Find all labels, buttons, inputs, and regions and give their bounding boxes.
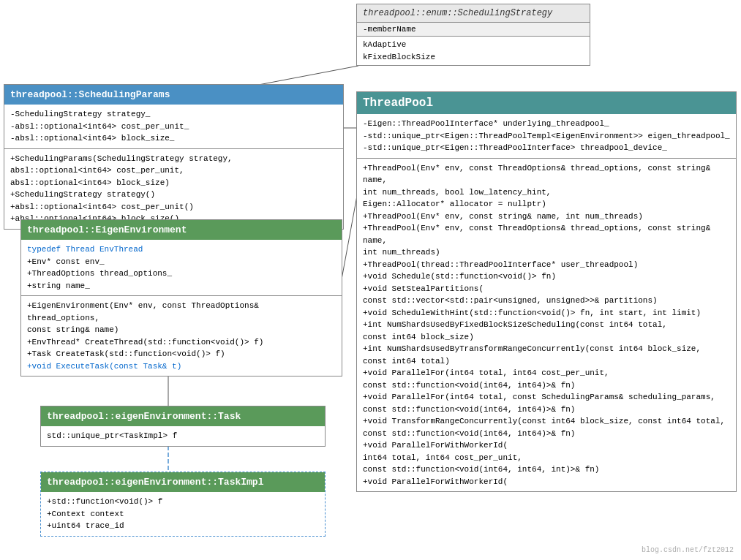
eigen-environment-methods: +EigenEnvironment(Env* env, const Thread… [21, 296, 342, 376]
enum-header: threadpool::enum::SchedulingStrategy [357, 4, 590, 23]
task-header: threadpool::eigenEnvironment::Task [41, 406, 325, 426]
scheduling-params-attributes: -SchedulingStrategy strategy_ -absl::opt… [4, 105, 343, 148]
scheduling-params-methods: +SchedulingParams(SchedulingStrategy str… [4, 149, 343, 229]
taskimpl-header: threadpool::eigenEnvironment::TaskImpl [41, 472, 325, 492]
watermark: blog.csdn.net/fzt2012 [642, 546, 734, 554]
threadpool-box: ThreadPool -Eigen::ThreadPoolInterface* … [356, 91, 737, 492]
threadpool-methods: +ThreadPool(Env* env, const ThreadOption… [357, 159, 736, 492]
scheduling-params-box: threadpool::SchedulingParams -Scheduling… [4, 84, 344, 230]
enum-scheduling-strategy-box: threadpool::enum::SchedulingStrategy -me… [356, 4, 590, 66]
taskimpl-body: +std::function<void()> f +Context contex… [41, 492, 325, 536]
scheduling-params-header: threadpool::SchedulingParams [4, 85, 343, 105]
diagram-container: threadpool::enum::SchedulingStrategy -me… [0, 0, 741, 560]
task-body: std::unique_ptr<TaskImpl> f [41, 426, 325, 446]
eigen-environment-box: threadpool::EigenEnvironment typedef Thr… [20, 219, 342, 377]
enum-body: kAdaptive kFixedBlockSize [357, 37, 590, 65]
enum-title: threadpool::enum::SchedulingStrategy [363, 8, 552, 18]
enum-member-kfixed: kFixedBlockSize [363, 51, 584, 64]
threadpool-header: ThreadPool [357, 92, 736, 114]
task-box: threadpool::eigenEnvironment::Task std::… [40, 406, 326, 447]
eigen-environment-attributes: typedef Thread EnvThread +Env* const env… [21, 240, 342, 295]
threadpool-attributes: -Eigen::ThreadPoolInterface* underlying_… [357, 114, 736, 158]
eigen-environment-header: threadpool::EigenEnvironment [21, 220, 342, 240]
enum-member-label: -memberName [357, 23, 590, 37]
enum-member-kadaptive: kAdaptive [363, 39, 584, 51]
taskimpl-box: threadpool::eigenEnvironment::TaskImpl +… [40, 472, 326, 537]
